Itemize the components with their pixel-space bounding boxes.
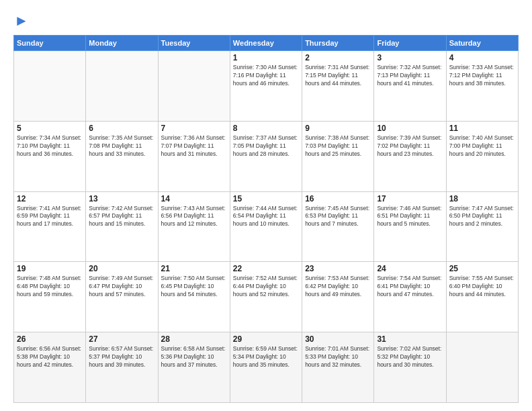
calendar-cell xyxy=(446,332,518,403)
day-info: Sunrise: 7:42 AM Sunset: 6:57 PM Dayligh… xyxy=(89,205,154,229)
day-number: 18 xyxy=(449,194,515,203)
day-info: Sunrise: 7:41 AM Sunset: 6:59 PM Dayligh… xyxy=(17,205,83,229)
day-info: Sunrise: 7:37 AM Sunset: 7:05 PM Dayligh… xyxy=(233,134,299,158)
calendar-cell: 3Sunrise: 7:32 AM Sunset: 7:13 PM Daylig… xyxy=(374,51,446,122)
day-number: 27 xyxy=(89,334,154,344)
page: ► SundayMondayTuesdayWednesdayThursdayFr… xyxy=(0,0,532,411)
day-info: Sunrise: 7:45 AM Sunset: 6:53 PM Dayligh… xyxy=(305,205,371,229)
day-number: 16 xyxy=(305,194,371,203)
calendar-cell: 25Sunrise: 7:55 AM Sunset: 6:40 PM Dayli… xyxy=(446,262,518,332)
day-number: 21 xyxy=(161,264,227,273)
calendar-cell: 20Sunrise: 7:49 AM Sunset: 6:47 PM Dayli… xyxy=(86,262,158,332)
weekday-header-monday: Monday xyxy=(86,36,158,51)
day-number: 24 xyxy=(377,264,443,273)
logo: ► xyxy=(13,12,29,30)
logo-arrow-icon: ► xyxy=(14,12,29,30)
day-info: Sunrise: 7:31 AM Sunset: 7:15 PM Dayligh… xyxy=(305,64,371,88)
day-info: Sunrise: 7:32 AM Sunset: 7:13 PM Dayligh… xyxy=(377,64,443,88)
day-info: Sunrise: 7:44 AM Sunset: 6:54 PM Dayligh… xyxy=(233,205,299,229)
day-number: 20 xyxy=(89,264,154,273)
calendar-cell: 18Sunrise: 7:47 AM Sunset: 6:50 PM Dayli… xyxy=(446,191,518,262)
day-number: 13 xyxy=(89,194,154,203)
weekday-header-saturday: Saturday xyxy=(446,36,518,51)
day-number: 4 xyxy=(449,53,515,62)
day-info: Sunrise: 7:30 AM Sunset: 7:16 PM Dayligh… xyxy=(233,64,299,88)
day-number: 19 xyxy=(17,264,83,273)
calendar-cell: 9Sunrise: 7:38 AM Sunset: 7:03 PM Daylig… xyxy=(302,121,374,191)
calendar-cell xyxy=(158,51,230,122)
week-row-3: 12Sunrise: 7:41 AM Sunset: 6:59 PM Dayli… xyxy=(14,191,519,262)
day-number: 1 xyxy=(233,53,299,62)
calendar-cell: 4Sunrise: 7:33 AM Sunset: 7:12 PM Daylig… xyxy=(446,51,518,122)
weekday-header-thursday: Thursday xyxy=(302,36,374,51)
day-number: 22 xyxy=(233,264,299,273)
day-number: 11 xyxy=(449,124,515,133)
day-number: 2 xyxy=(305,53,371,62)
calendar-cell: 11Sunrise: 7:40 AM Sunset: 7:00 PM Dayli… xyxy=(446,121,518,191)
day-info: Sunrise: 7:50 AM Sunset: 6:45 PM Dayligh… xyxy=(161,275,227,299)
day-info: Sunrise: 6:56 AM Sunset: 5:38 PM Dayligh… xyxy=(17,345,83,369)
calendar-cell: 24Sunrise: 7:54 AM Sunset: 6:41 PM Dayli… xyxy=(374,262,446,332)
day-info: Sunrise: 7:38 AM Sunset: 7:03 PM Dayligh… xyxy=(305,134,371,158)
day-info: Sunrise: 7:47 AM Sunset: 6:50 PM Dayligh… xyxy=(449,205,515,229)
week-row-1: 1Sunrise: 7:30 AM Sunset: 7:16 PM Daylig… xyxy=(14,51,519,122)
calendar-cell: 29Sunrise: 6:59 AM Sunset: 5:34 PM Dayli… xyxy=(230,332,302,403)
calendar-cell xyxy=(14,51,86,122)
day-number: 7 xyxy=(161,124,227,133)
calendar-cell: 8Sunrise: 7:37 AM Sunset: 7:05 PM Daylig… xyxy=(230,121,302,191)
calendar-cell: 7Sunrise: 7:36 AM Sunset: 7:07 PM Daylig… xyxy=(158,121,230,191)
calendar-cell: 16Sunrise: 7:45 AM Sunset: 6:53 PM Dayli… xyxy=(302,191,374,262)
day-info: Sunrise: 7:02 AM Sunset: 5:32 PM Dayligh… xyxy=(377,345,443,369)
day-number: 5 xyxy=(17,124,83,133)
calendar-cell: 2Sunrise: 7:31 AM Sunset: 7:15 PM Daylig… xyxy=(302,51,374,122)
day-info: Sunrise: 7:33 AM Sunset: 7:12 PM Dayligh… xyxy=(449,64,515,88)
day-info: Sunrise: 7:49 AM Sunset: 6:47 PM Dayligh… xyxy=(89,275,154,299)
week-row-5: 26Sunrise: 6:56 AM Sunset: 5:38 PM Dayli… xyxy=(14,332,519,403)
weekday-header-friday: Friday xyxy=(374,36,446,51)
calendar-table: SundayMondayTuesdayWednesdayThursdayFrid… xyxy=(13,35,519,403)
day-info: Sunrise: 7:43 AM Sunset: 6:56 PM Dayligh… xyxy=(161,205,227,229)
day-info: Sunrise: 7:35 AM Sunset: 7:08 PM Dayligh… xyxy=(89,134,154,158)
week-row-4: 19Sunrise: 7:48 AM Sunset: 6:48 PM Dayli… xyxy=(14,262,519,332)
day-number: 26 xyxy=(17,334,83,344)
day-number: 8 xyxy=(233,124,299,133)
calendar-cell: 6Sunrise: 7:35 AM Sunset: 7:08 PM Daylig… xyxy=(86,121,158,191)
calendar-cell: 14Sunrise: 7:43 AM Sunset: 6:56 PM Dayli… xyxy=(158,191,230,262)
weekday-header-row: SundayMondayTuesdayWednesdayThursdayFrid… xyxy=(14,36,519,51)
header: ► xyxy=(13,12,519,30)
calendar-cell: 5Sunrise: 7:34 AM Sunset: 7:10 PM Daylig… xyxy=(14,121,86,191)
day-info: Sunrise: 7:55 AM Sunset: 6:40 PM Dayligh… xyxy=(449,275,515,299)
day-info: Sunrise: 7:54 AM Sunset: 6:41 PM Dayligh… xyxy=(377,275,443,299)
day-number: 9 xyxy=(305,124,371,133)
day-info: Sunrise: 6:57 AM Sunset: 5:37 PM Dayligh… xyxy=(89,345,154,369)
day-number: 3 xyxy=(377,53,443,62)
day-number: 28 xyxy=(161,334,227,344)
day-number: 14 xyxy=(161,194,227,203)
day-info: Sunrise: 7:53 AM Sunset: 6:42 PM Dayligh… xyxy=(305,275,371,299)
calendar-cell: 17Sunrise: 7:46 AM Sunset: 6:51 PM Dayli… xyxy=(374,191,446,262)
day-number: 31 xyxy=(377,334,443,344)
calendar-cell: 31Sunrise: 7:02 AM Sunset: 5:32 PM Dayli… xyxy=(374,332,446,403)
day-info: Sunrise: 7:52 AM Sunset: 6:44 PM Dayligh… xyxy=(233,275,299,299)
day-info: Sunrise: 6:59 AM Sunset: 5:34 PM Dayligh… xyxy=(233,345,299,369)
calendar-cell xyxy=(86,51,158,122)
day-number: 6 xyxy=(89,124,154,133)
day-number: 15 xyxy=(233,194,299,203)
weekday-header-tuesday: Tuesday xyxy=(158,36,230,51)
day-info: Sunrise: 7:36 AM Sunset: 7:07 PM Dayligh… xyxy=(161,134,227,158)
day-number: 12 xyxy=(17,194,83,203)
day-info: Sunrise: 7:48 AM Sunset: 6:48 PM Dayligh… xyxy=(17,275,83,299)
calendar-cell: 19Sunrise: 7:48 AM Sunset: 6:48 PM Dayli… xyxy=(14,262,86,332)
calendar-cell: 1Sunrise: 7:30 AM Sunset: 7:16 PM Daylig… xyxy=(230,51,302,122)
day-number: 29 xyxy=(233,334,299,344)
calendar-cell: 30Sunrise: 7:01 AM Sunset: 5:33 PM Dayli… xyxy=(302,332,374,403)
day-info: Sunrise: 7:01 AM Sunset: 5:33 PM Dayligh… xyxy=(305,345,371,369)
calendar-cell: 22Sunrise: 7:52 AM Sunset: 6:44 PM Dayli… xyxy=(230,262,302,332)
week-row-2: 5Sunrise: 7:34 AM Sunset: 7:10 PM Daylig… xyxy=(14,121,519,191)
calendar-cell: 23Sunrise: 7:53 AM Sunset: 6:42 PM Dayli… xyxy=(302,262,374,332)
calendar-cell: 28Sunrise: 6:58 AM Sunset: 5:36 PM Dayli… xyxy=(158,332,230,403)
calendar-cell: 12Sunrise: 7:41 AM Sunset: 6:59 PM Dayli… xyxy=(14,191,86,262)
calendar-cell: 10Sunrise: 7:39 AM Sunset: 7:02 PM Dayli… xyxy=(374,121,446,191)
weekday-header-sunday: Sunday xyxy=(14,36,86,51)
calendar-cell: 21Sunrise: 7:50 AM Sunset: 6:45 PM Dayli… xyxy=(158,262,230,332)
